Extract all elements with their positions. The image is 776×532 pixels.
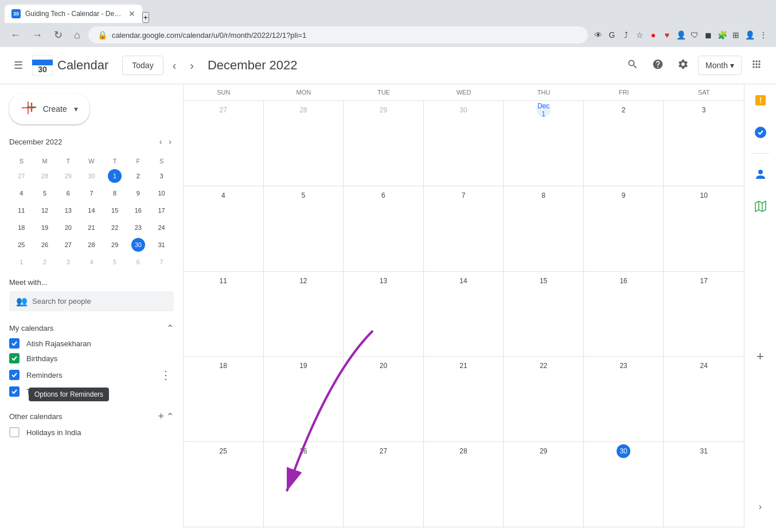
cal-cell-dec12[interactable]: 12 [264,272,344,357]
mini-cal-day[interactable]: 30 [127,237,150,253]
cal-cell-dec1[interactable]: Dec 1 [504,101,584,186]
browser-action-5[interactable]: ● [648,29,659,41]
browser-action-8[interactable]: 🛡 [689,29,700,41]
date-nov27[interactable]: 27 [216,103,230,117]
other-calendars-header[interactable]: Other calendars + ⌃ [0,408,183,425]
mini-cal-day[interactable]: 27 [10,168,33,184]
right-sidebar-expand-icon[interactable]: › [749,495,772,518]
mini-cal-day[interactable]: 22 [104,220,126,236]
right-sidebar-person-icon[interactable] [749,163,772,186]
cal-cell-dec31[interactable]: 31 [664,442,744,527]
tab-close-button[interactable]: ✕ [128,9,135,18]
calendar-item-holidays[interactable]: Holidays in India [0,425,183,440]
date-dec24[interactable]: 24 [697,359,711,373]
mini-cal-day[interactable]: 23 [127,220,150,236]
mini-cal-day[interactable]: 27 [57,237,79,253]
mini-cal-day[interactable]: 19 [34,220,56,236]
mini-cal-day[interactable]: 5 [34,185,56,201]
mini-cal-day[interactable]: 3 [150,168,173,184]
date-dec12[interactable]: 12 [297,274,310,288]
date-dec14[interactable]: 14 [457,274,470,288]
date-nov28[interactable]: 28 [297,103,310,117]
browser-action-3[interactable]: ⤴ [620,29,631,41]
mini-cal-day[interactable]: 28 [80,237,103,253]
mini-cal-day[interactable]: 6 [57,185,79,201]
mini-cal-day[interactable]: 31 [150,237,173,253]
date-dec17[interactable]: 17 [697,274,711,288]
mini-cal-day[interactable]: 24 [150,220,173,236]
other-calendars-collapse-button[interactable]: ⌃ [166,411,174,422]
date-nov30[interactable]: 30 [457,103,470,117]
cal-cell-dec18[interactable]: 18 [184,357,264,442]
mini-cal-day[interactable]: 7 [150,254,173,270]
cal-cell-dec17[interactable]: 17 [664,272,744,357]
date-dec21[interactable]: 21 [457,359,470,373]
browser-action-9[interactable]: ◼ [703,29,714,41]
help-button[interactable] [648,54,668,77]
mini-cal-day[interactable]: 6 [127,254,150,270]
browser-action-11[interactable]: ⊞ [730,29,742,41]
date-dec18[interactable]: 18 [216,359,230,373]
mini-cal-day[interactable]: 21 [80,220,103,236]
mini-cal-day[interactable]: 8 [104,185,126,201]
search-button[interactable] [622,54,643,77]
mini-cal-day[interactable]: 20 [57,220,79,236]
cal-cell-dec28[interactable]: 28 [424,442,504,527]
cal-cell-dec19[interactable]: 19 [264,357,344,442]
hamburger-menu-button[interactable]: ☰ [9,54,28,76]
date-dec1[interactable]: Dec 1 [537,103,551,117]
cal-cell-dec26[interactable]: 26 [264,442,344,527]
date-dec7[interactable]: 7 [457,189,470,202]
prev-month-button[interactable]: ‹ [168,54,181,77]
mini-cal-day[interactable]: 4 [10,185,33,201]
date-dec9[interactable]: 9 [617,189,630,202]
mini-cal-next-button[interactable]: › [166,136,174,147]
date-dec30[interactable]: 30 [617,444,630,458]
mini-cal-day[interactable]: 17 [150,202,173,218]
new-tab-button[interactable]: + [142,12,149,23]
cal-cell-nov28[interactable]: 28 [264,101,344,186]
cal-cell-dec21[interactable]: 21 [424,357,504,442]
search-people-input[interactable]: 👥 Search for people [9,291,174,311]
cal-cell-dec16[interactable]: 16 [584,272,664,357]
settings-button[interactable] [673,54,693,77]
date-dec20[interactable]: 20 [376,359,390,373]
cal-cell-dec11[interactable]: 11 [184,272,264,357]
cal-cell-nov29[interactable]: 29 [344,101,424,186]
mini-cal-day[interactable]: 7 [80,185,103,201]
cal-cell-nov30[interactable]: 30 [424,101,504,186]
mini-cal-day[interactable]: 16 [127,202,150,218]
mini-cal-day[interactable]: 28 [34,168,56,184]
date-dec11[interactable]: 11 [216,274,230,288]
mini-cal-day[interactable]: 29 [57,168,79,184]
cal-cell-dec30[interactable]: 30 [584,442,664,527]
home-button[interactable]: ⌂ [71,27,84,44]
today-button[interactable]: Today [122,56,163,75]
browser-menu[interactable]: ⋮ [758,29,769,41]
calendar-item-birthdays[interactable]: Birthdays [0,351,183,366]
date-dec3[interactable]: 3 [697,103,711,117]
mini-cal-day[interactable]: 18 [10,220,33,236]
browser-action-10[interactable]: 🧩 [716,29,728,41]
mini-cal-day[interactable]: 4 [80,254,103,270]
cal-cell-dec24[interactable]: 24 [664,357,744,442]
mini-cal-day[interactable]: 12 [34,202,56,218]
cal-cell-dec15[interactable]: 15 [504,272,584,357]
forward-button[interactable]: → [29,27,46,44]
browser-action-2[interactable]: G [606,29,618,41]
calendar-item-atish[interactable]: Atish Rajasekharan [0,336,183,351]
address-input[interactable]: 🔒 calendar.google.com/calendar/u/0/r/mon… [88,26,588,44]
cal-cell-nov27[interactable]: 27 [184,101,264,186]
cal-cell-dec25[interactable]: 25 [184,442,264,527]
next-month-button[interactable]: › [185,54,198,77]
date-dec27[interactable]: 27 [376,444,390,458]
cal-cell-dec4[interactable]: 4 [184,186,264,272]
cal-cell-dec8[interactable]: 8 [504,186,584,272]
cal-cell-dec13[interactable]: 13 [344,272,424,357]
calendar-item-reminders[interactable]: Reminders ⋮ Options for Reminders [0,366,183,384]
date-dec31[interactable]: 31 [697,444,711,458]
cal-cell-dec5[interactable]: 5 [264,186,344,272]
right-sidebar-tasks-icon[interactable] [749,121,772,144]
date-dec16[interactable]: 16 [617,274,630,288]
date-dec2[interactable]: 2 [617,103,630,117]
